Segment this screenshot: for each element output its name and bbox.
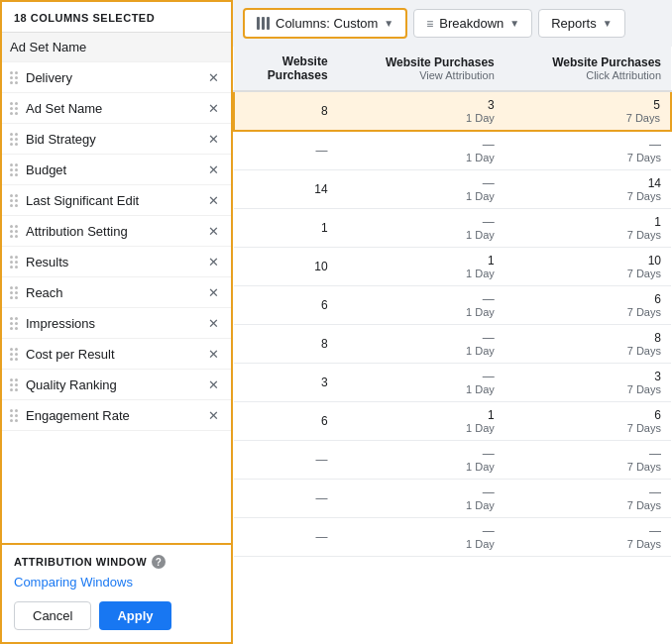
remove-column-button[interactable]: ✕ (205, 192, 221, 208)
comparing-windows-link[interactable]: Comparing Windows (14, 575, 219, 590)
table-row: 6—1 Day67 Days (234, 286, 671, 325)
table-cell: —1 Day (338, 480, 504, 518)
table-cell: —1 Day (338, 518, 504, 557)
table-cell: —1 Day (338, 441, 504, 480)
column-item-label: Cost per Result (26, 347, 205, 362)
table-cell: —1 Day (338, 209, 504, 248)
drag-handle-icon[interactable] (10, 194, 18, 207)
table-cell: —7 Days (504, 480, 671, 518)
table-cell: 11 Day (338, 248, 504, 286)
table-row: 611 Day67 Days (234, 402, 671, 441)
drag-handle-icon[interactable] (10, 409, 18, 422)
remove-column-button[interactable]: ✕ (205, 100, 221, 116)
remove-column-button[interactable]: ✕ (205, 315, 221, 331)
column-item-label: Engagement Rate (26, 408, 205, 423)
list-item: Quality Ranking ✕ (2, 370, 231, 400)
table-cell: 147 Days (504, 170, 671, 209)
column-header-website-purchases-view: Website Purchases View Attribution (338, 47, 504, 91)
attribution-window-title: ATTRIBUTION WINDOW ? (14, 555, 219, 569)
info-icon[interactable]: ? (152, 555, 166, 569)
columns-selected-header: 18 COLUMNS SELECTED (2, 2, 231, 33)
toolbar: Columns: Custom ▼ ≡ Breakdown ▼ Reports … (233, 0, 672, 47)
table-cell: 87 Days (504, 325, 671, 364)
remove-column-button[interactable]: ✕ (205, 407, 221, 423)
breakdown-dropdown-arrow-icon: ▼ (509, 18, 519, 29)
breakdown-icon: ≡ (426, 17, 433, 31)
list-item: Last Significant Edit ✕ (2, 185, 231, 216)
table-cell: — (234, 441, 338, 480)
table-row: 8—1 Day87 Days (234, 325, 671, 364)
table-row: ——1 Day—7 Days (234, 441, 671, 480)
drag-handle-icon[interactable] (10, 163, 18, 176)
table-cell: —7 Days (504, 441, 671, 480)
column-item-label: Ad Set Name (10, 40, 221, 54)
table-cell: 3 (234, 364, 338, 402)
drag-handle-icon[interactable] (10, 378, 18, 391)
drag-handle-icon[interactable] (10, 317, 18, 330)
data-table-container[interactable]: WebsitePurchases Website Purchases View … (233, 47, 672, 644)
list-item: Cost per Result ✕ (2, 339, 231, 370)
drag-handle-icon[interactable] (10, 348, 18, 361)
remove-column-button[interactable]: ✕ (205, 346, 221, 362)
column-item-label: Impressions (26, 316, 205, 331)
data-table: WebsitePurchases Website Purchases View … (233, 47, 672, 557)
list-item: Attribution Setting ✕ (2, 216, 231, 247)
table-cell: —1 Day (338, 131, 504, 170)
columns-icon (257, 17, 270, 30)
drag-handle-icon[interactable] (10, 225, 18, 238)
column-item-label: Ad Set Name (26, 101, 205, 116)
column-item-label: Last Significant Edit (26, 193, 205, 208)
table-cell: —1 Day (338, 325, 504, 364)
drag-handle-icon[interactable] (10, 286, 18, 299)
drag-handle-icon[interactable] (10, 133, 18, 146)
table-row: ——1 Day—7 Days (234, 518, 671, 557)
drag-handle-icon[interactable] (10, 71, 18, 84)
table-cell: —1 Day (338, 170, 504, 209)
column-item-label: Results (26, 255, 205, 269)
table-cell: 37 Days (504, 364, 671, 402)
list-item: Bid Strategy ✕ (2, 124, 231, 155)
table-cell: 67 Days (504, 286, 671, 325)
breakdown-button[interactable]: ≡ Breakdown ▼ (413, 9, 532, 38)
table-cell: 8 (234, 91, 338, 131)
remove-column-button[interactable]: ✕ (205, 223, 221, 239)
column-item-label: Delivery (26, 70, 205, 85)
drag-handle-icon[interactable] (10, 256, 18, 268)
remove-column-button[interactable]: ✕ (205, 376, 221, 392)
table-row: 831 Day57 Days (234, 91, 671, 131)
table-cell: 6 (234, 286, 338, 325)
columns-selected-label: 18 COLUMNS SELECTED (14, 12, 155, 24)
table-row: 1—1 Day17 Days (234, 209, 671, 248)
remove-column-button[interactable]: ✕ (205, 69, 221, 85)
table-cell: — (234, 131, 338, 170)
list-item: Ad Set Name (2, 33, 231, 62)
table-cell: —7 Days (504, 518, 671, 557)
remove-column-button[interactable]: ✕ (205, 131, 221, 147)
columns-dropdown-arrow-icon: ▼ (384, 18, 393, 29)
cancel-button[interactable]: Cancel (14, 601, 91, 630)
reports-button[interactable]: Reports ▼ (538, 9, 624, 38)
reports-label: Reports (551, 16, 597, 31)
table-cell: 8 (234, 325, 338, 364)
remove-column-button[interactable]: ✕ (205, 254, 221, 269)
list-item: Delivery ✕ (2, 62, 231, 93)
column-list[interactable]: Ad Set Name Delivery ✕ Ad Set Name ✕ (2, 33, 231, 543)
remove-column-button[interactable]: ✕ (205, 284, 221, 300)
reports-dropdown-arrow-icon: ▼ (603, 18, 613, 29)
table-cell: — (234, 518, 338, 557)
table-row: 14—1 Day147 Days (234, 170, 671, 209)
table-cell: 14 (234, 170, 338, 209)
table-cell: 1 (234, 209, 338, 248)
drag-handle-icon[interactable] (10, 102, 18, 115)
list-item: Impressions ✕ (2, 308, 231, 339)
table-cell: — (234, 480, 338, 518)
attribution-buttons: Cancel Apply (14, 601, 219, 630)
remove-column-button[interactable]: ✕ (205, 161, 221, 177)
table-cell: 67 Days (504, 402, 671, 441)
apply-button[interactable]: Apply (99, 601, 170, 630)
list-item: Engagement Rate ✕ (2, 400, 231, 431)
table-cell: 6 (234, 402, 338, 441)
table-cell: —1 Day (338, 286, 504, 325)
column-item-label: Budget (26, 162, 205, 177)
columns-custom-button[interactable]: Columns: Custom ▼ (243, 8, 407, 39)
